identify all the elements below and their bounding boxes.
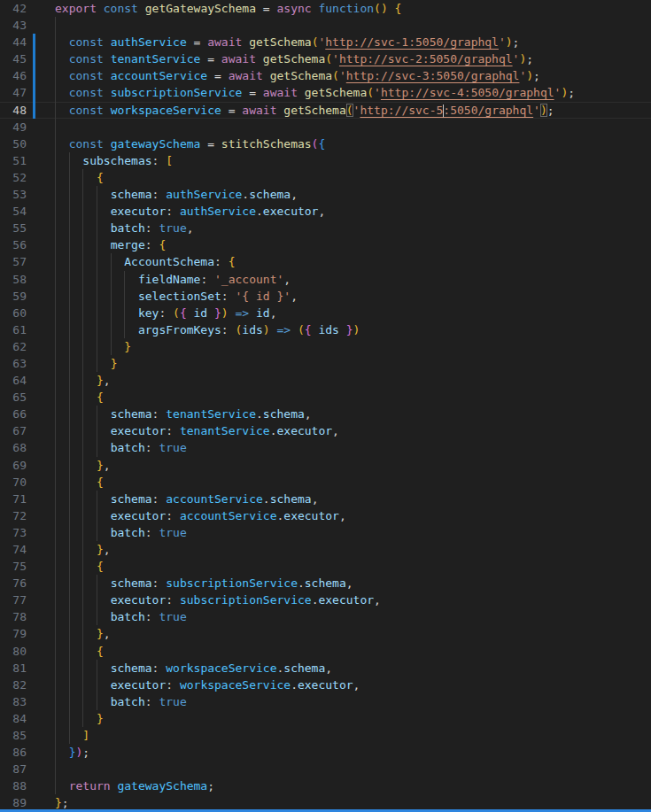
code-line[interactable]: 88 return gatewaySchema;: [0, 777, 651, 794]
line-number[interactable]: 85: [0, 727, 27, 744]
line-number[interactable]: 43: [0, 17, 27, 34]
line-number[interactable]: 72: [0, 507, 27, 524]
code-line[interactable]: 51 subschemas: [: [0, 152, 651, 169]
line-number[interactable]: 64: [0, 372, 27, 389]
line-number[interactable]: 42: [0, 0, 27, 17]
code-token: [55, 779, 69, 793]
line-number[interactable]: 81: [0, 660, 27, 677]
line-number[interactable]: 61: [0, 321, 27, 338]
line-number[interactable]: 47: [0, 84, 27, 101]
line-number[interactable]: 80: [0, 643, 27, 660]
code-line[interactable]: 68 batch: true: [0, 439, 651, 456]
code-line[interactable]: 83 batch: true: [0, 693, 651, 710]
code-line[interactable]: 55 batch: true,: [0, 220, 651, 236]
code-line[interactable]: 86 });: [0, 744, 651, 761]
line-number[interactable]: 51: [0, 152, 27, 169]
code-line[interactable]: 57 AccountSchema: {: [0, 253, 651, 270]
code-line[interactable]: 63 }: [0, 355, 651, 372]
code-line[interactable]: 73 batch: true: [0, 524, 651, 541]
line-number[interactable]: 67: [0, 422, 27, 439]
code-line[interactable]: 79 },: [0, 625, 651, 642]
line-number[interactable]: 78: [0, 608, 27, 625]
code-line[interactable]: 43: [0, 17, 651, 34]
code-text: batch: true: [55, 524, 187, 541]
line-number[interactable]: 84: [0, 710, 27, 727]
code-line[interactable]: 60 key: ({ id }) => id,: [0, 305, 651, 321]
code-token: schema: [111, 661, 152, 675]
code-line[interactable]: 53 schema: authService.schema,: [0, 186, 651, 203]
line-number[interactable]: 65: [0, 389, 27, 406]
line-number[interactable]: 49: [0, 119, 27, 135]
line-number[interactable]: 48: [0, 102, 27, 119]
code-line[interactable]: 85 ]: [0, 727, 651, 744]
line-number[interactable]: 62: [0, 338, 27, 355]
code-line[interactable]: 64 },: [0, 372, 651, 389]
line-number[interactable]: 69: [0, 457, 27, 474]
line-number[interactable]: 87: [0, 761, 27, 777]
code-line[interactable]: 71 schema: accountService.schema,: [0, 491, 651, 507]
code-line[interactable]: 59 selectionSet: '{ id }',: [0, 288, 651, 305]
code-line[interactable]: 49: [0, 119, 651, 135]
code-editor[interactable]: 42export const getGatewaySchema = async …: [0, 0, 651, 812]
code-line[interactable]: 66 schema: tenantService.schema,: [0, 406, 651, 422]
line-number[interactable]: 54: [0, 203, 27, 220]
code-line[interactable]: 74 },: [0, 541, 651, 558]
code-line[interactable]: 87: [0, 761, 651, 777]
code-line[interactable]: 46 const accountService = await getSchem…: [0, 67, 651, 84]
line-number[interactable]: 59: [0, 288, 27, 305]
line-number[interactable]: 52: [0, 169, 27, 186]
line-number[interactable]: 45: [0, 50, 27, 67]
code-line[interactable]: 84 }: [0, 710, 651, 727]
line-number[interactable]: 68: [0, 439, 27, 456]
line-number[interactable]: 46: [0, 67, 27, 84]
line-number[interactable]: 63: [0, 355, 27, 372]
code-line[interactable]: 82 executor: workspaceService.executor,: [0, 677, 651, 693]
line-number[interactable]: 79: [0, 625, 27, 642]
code-line[interactable]: 69 },: [0, 457, 651, 474]
code-line[interactable]: 45 const tenantService = await getSchema…: [0, 50, 651, 67]
code-line[interactable]: 81 schema: workspaceService.schema,: [0, 660, 651, 677]
code-line[interactable]: 50 const gatewaySchema = stitchSchemas({: [0, 135, 651, 152]
code-text: executor: authService.executor,: [55, 203, 325, 220]
code-line[interactable]: 52 {: [0, 169, 651, 186]
line-number[interactable]: 76: [0, 575, 27, 592]
line-number[interactable]: 83: [0, 693, 27, 710]
line-number[interactable]: 50: [0, 135, 27, 152]
code-line[interactable]: 44 const authService = await getSchema('…: [0, 34, 651, 50]
line-number[interactable]: 73: [0, 524, 27, 541]
code-line[interactable]: 48 const workspaceService = await getSch…: [0, 102, 651, 119]
code-token: [104, 86, 111, 99]
line-number[interactable]: 56: [0, 236, 27, 253]
code-line[interactable]: 47 const subscriptionService = await get…: [0, 84, 651, 101]
code-line[interactable]: 42export const getGatewaySchema = async …: [0, 0, 651, 17]
code-line[interactable]: 61 argsFromKeys: (ids) => ({ ids }): [0, 321, 651, 338]
line-number[interactable]: 70: [0, 474, 27, 491]
line-number[interactable]: 88: [0, 777, 27, 794]
line-number[interactable]: 66: [0, 406, 27, 422]
line-number[interactable]: 53: [0, 186, 27, 203]
code-line[interactable]: 75 {: [0, 558, 651, 575]
code-line[interactable]: 56 merge: {: [0, 236, 651, 253]
line-number[interactable]: 75: [0, 558, 27, 575]
code-line[interactable]: 65 {: [0, 389, 651, 406]
line-number[interactable]: 57: [0, 253, 27, 270]
code-line[interactable]: 67 executor: tenantService.executor,: [0, 422, 651, 439]
line-number[interactable]: 58: [0, 271, 27, 288]
code-line[interactable]: 54 executor: authService.executor,: [0, 203, 651, 220]
line-number[interactable]: 77: [0, 592, 27, 608]
code-line[interactable]: 70 {: [0, 474, 651, 491]
code-line[interactable]: 72 executor: accountService.executor,: [0, 507, 651, 524]
code-line[interactable]: 58 fieldName: '_account',: [0, 271, 651, 288]
code-line[interactable]: 80 {: [0, 643, 651, 660]
line-number[interactable]: 74: [0, 541, 27, 558]
line-number[interactable]: 44: [0, 34, 27, 50]
code-line[interactable]: 78 batch: true: [0, 608, 651, 625]
line-number[interactable]: 86: [0, 744, 27, 761]
line-number[interactable]: 60: [0, 305, 27, 321]
line-number[interactable]: 71: [0, 491, 27, 507]
code-line[interactable]: 77 executor: subscriptionService.executo…: [0, 592, 651, 608]
code-line[interactable]: 76 schema: subscriptionService.schema,: [0, 575, 651, 592]
line-number[interactable]: 55: [0, 220, 27, 236]
line-number[interactable]: 82: [0, 677, 27, 693]
code-line[interactable]: 62 }: [0, 338, 651, 355]
